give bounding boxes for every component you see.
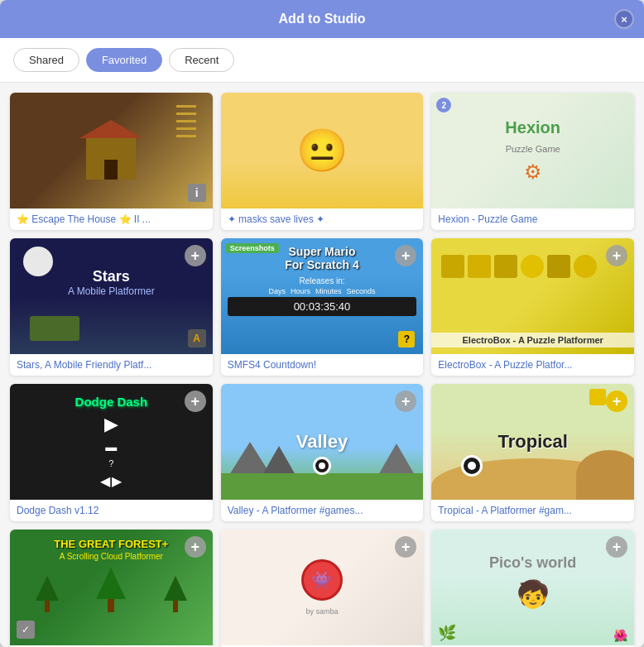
stars-sub: A Mobile Platformer — [17, 285, 206, 297]
tropical-dune2 — [576, 450, 634, 500]
forest-check: ✓ — [17, 621, 35, 639]
tab-favorited[interactable]: Favorited — [86, 48, 162, 72]
card-masks[interactable]: 😐 ✦ masks save lives ✦ — [221, 93, 424, 230]
card-forest[interactable]: + THE GREAT FOREST+ A Scrolling Cloud Pl… — [10, 530, 213, 647]
tab-recent[interactable]: Recent — [169, 48, 234, 72]
hexion-subtitle: Puzzle Game — [506, 144, 560, 154]
hexion-badge: 2 — [436, 98, 451, 113]
dodge-title: Dodge Dash — [75, 395, 148, 409]
modal-title: Add to Studio — [279, 12, 366, 26]
card-dodge[interactable]: + Dodge Dash ▶ ▬ ? ◀ ▶ Dodge Dash v1.12 — [10, 384, 213, 521]
modal-header: Add to Studio × — [0, 0, 644, 38]
dodge-play-icon: ▶ — [104, 414, 118, 435]
valley-title: Valley — [296, 431, 348, 453]
card-smfs4-label: SMFS4 Countdown! — [221, 354, 424, 376]
valley-ground — [221, 473, 424, 500]
pico-plant: 🌿 — [438, 624, 456, 642]
electro-title: ElectroBox - A Puzzle Platformer — [431, 333, 634, 347]
card-pico[interactable]: + Pico's world 🧒 🌿 🌺 Pico's world — [431, 530, 634, 647]
scratch-character: 👾 — [301, 559, 343, 601]
card-hexion-label: Hexion - Puzzle Game — [431, 208, 634, 230]
card-tropical-label: Tropical - A Platformer #gam... — [431, 500, 634, 521]
tropical-badge1 — [589, 389, 606, 405]
pico-flower: 🌺 — [613, 629, 627, 642]
card-stars[interactable]: + Stars A Mobile Platformer A Stars, A M… — [10, 238, 213, 376]
card-escape[interactable]: i ⭐ Escape The House ⭐ II ... — [10, 93, 213, 230]
card-stars-label: Stars, A Mobile Friendly Platf... — [10, 354, 213, 376]
games-grid: i ⭐ Escape The House ⭐ II ... 😐 ✦ masks … — [10, 86, 634, 647]
scratch-author: by samba — [305, 607, 338, 616]
hexion-title: Hexion — [505, 118, 560, 137]
card-valley-label: Valley - A Platformer #games... — [221, 500, 424, 521]
hexion-icon: ⚙ — [524, 161, 542, 184]
dodge-separator: ▬ — [105, 440, 117, 453]
forest-add-button[interactable]: + — [185, 536, 206, 558]
card-dodge-label: Dodge Dash v1.12 — [10, 500, 213, 521]
pico-add-button[interactable]: + — [606, 536, 627, 558]
card-valley[interactable]: + Valley — [221, 384, 424, 521]
valley-character — [313, 457, 331, 475]
forest-title: THE GREAT FOREST+ — [10, 530, 213, 552]
smfs4-question: ? — [398, 331, 415, 347]
smfs4-labels: Days Hours Minutes Seconds — [221, 285, 424, 297]
tropical-title: Tropical — [497, 431, 567, 453]
pico-title: Pico's world — [431, 530, 634, 572]
pico-character-area: 🧒 — [431, 572, 634, 610]
electro-add-button[interactable]: + — [606, 245, 627, 266]
forest-trees — [10, 561, 213, 612]
valley-add-button[interactable]: + — [395, 391, 416, 412]
stars-badge: A — [188, 329, 206, 347]
card-scratch[interactable]: + 👾 by samba Scarve Code - A Platf... — [221, 530, 424, 647]
stars-add-button[interactable]: + — [185, 245, 206, 266]
card-tropical[interactable]: + Tropical Tropical - A Platformer #gam.… — [431, 384, 634, 521]
smfs4-releases: Releases in: — [221, 276, 424, 285]
tabs-bar: Shared Favorited Recent — [0, 38, 644, 83]
card-electro-label: ElectroBox - A Puzzle Platfor... — [431, 354, 634, 376]
smfs4-countdown: 00:03:35:40 — [228, 297, 417, 316]
electro-tiles — [431, 238, 634, 303]
dodge-question: ? — [108, 458, 113, 468]
grid-container[interactable]: i ⭐ Escape The House ⭐ II ... 😐 ✦ masks … — [0, 83, 644, 647]
card-electro[interactable]: + ElectroBox - A Puzzle Platformer Elect… — [431, 238, 634, 376]
tab-shared[interactable]: Shared — [13, 48, 79, 72]
card-smfs4[interactable]: Screenshots + Super MarioFor Scratch 4 R… — [221, 238, 424, 376]
dodge-right: ▶ — [112, 473, 122, 489]
card-escape-label: ⭐ Escape The House ⭐ II ... — [10, 208, 213, 230]
card-masks-label: ✦ masks save lives ✦ — [221, 208, 424, 230]
modal: Add to Studio × Shared Favorited Recent — [0, 0, 644, 647]
close-button[interactable]: × — [614, 9, 634, 29]
tropical-add-button[interactable]: + — [606, 391, 627, 412]
info-icon[interactable]: i — [188, 184, 206, 202]
dodge-left: ◀ — [100, 473, 110, 489]
forest-sub: A Scrolling Cloud Platformer — [10, 552, 213, 561]
card-hexion[interactable]: 2 Hexion Puzzle Game ⚙ Hexion - Puzzle G… — [431, 93, 634, 230]
smfs4-screenshots-badge: Screenshots — [226, 243, 279, 253]
dodge-add-button[interactable]: + — [185, 391, 206, 412]
